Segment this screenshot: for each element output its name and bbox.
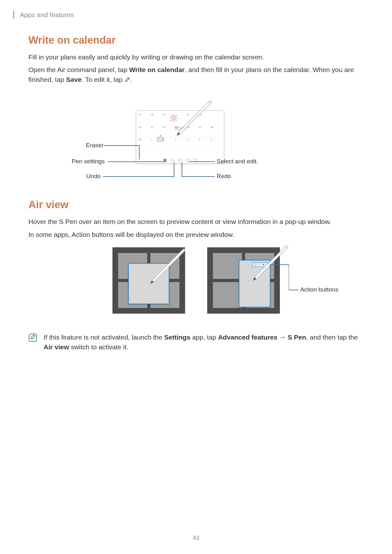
cake-doodle-icon [156,134,165,142]
callout-line [189,161,215,162]
note-t9: switch to activate it. [69,343,129,351]
airview-para-2: In some apps, Action buttons will be dis… [28,230,364,239]
callout-line [182,162,182,177]
cal-cell: 18 [150,112,162,125]
cal-cell: 17 [138,112,150,125]
woc-para-2: Open the Air command panel, tap Write on… [28,65,364,85]
note-text: If this feature is not activated, launch… [44,333,364,352]
note-block: If this feature is not activated, launch… [28,333,364,352]
note-t4: Advanced features [218,334,277,341]
airview-tile-2: ⤴ ★ Action buttons [207,247,280,314]
woc-p2-b: Write on calendar [129,66,185,73]
callout-pen-settings-label: Pen settings [72,158,105,165]
callout-line [174,162,174,177]
svg-rect-15 [254,246,287,279]
callout-line [182,176,215,177]
section-title-air-view: Air view [28,199,364,211]
note-t7: , and then tap the [306,334,358,341]
toolbar-undo-icon [178,159,182,162]
edit-pencil-icon [124,75,130,85]
callout-line [289,264,289,290]
section-air-view: Air view Hover the S Pen over an item on… [28,199,364,352]
callout-line [289,290,298,290]
header-accent-bar [13,11,14,19]
note-t8: Air view [44,343,69,351]
woc-p2-e: . To edit it, tap [81,76,124,83]
svg-rect-12 [152,249,185,282]
header-section-name: Apps and features [20,11,74,19]
woc-p2-a: Open the Air command panel, tap [28,66,129,73]
svg-rect-9 [178,101,212,134]
section-title-write-on-calendar: Write on calendar [28,34,364,46]
callout-line [139,145,140,160]
callout-undo-label: Undo [86,173,100,180]
note-t3: app, tap [190,334,218,341]
callout-action-buttons-label: Action buttons [300,286,338,293]
grid-item [213,253,242,279]
page-header: Apps and features [13,11,74,19]
s-pen-icon [164,91,221,148]
page-number: 43 [193,534,199,541]
callout-line [104,145,139,146]
figure-air-view: ⤴ ★ Action buttons [28,247,364,326]
note-t1: If this feature is not activated, launch… [44,334,164,341]
callout-eraser-label: Eraser [86,142,104,149]
callout-line [103,176,174,177]
callout-line [108,161,166,162]
toolbar-eraser-icon [171,159,174,162]
callout-select-edit-label: Select and edit. [217,158,258,165]
note-t5: → [277,334,288,341]
note-t2: Settings [164,334,190,341]
cal-cell: 24 [138,125,150,137]
svg-rect-18 [29,334,37,341]
airview-para-1: Hover the S Pen over an item on the scre… [28,217,364,226]
figure-write-on-calendar: 17 18 19 21 22 24 25 26 27 28 29 30 31 1… [28,91,364,186]
woc-p2-d: Save [66,76,81,83]
cal-cell: 31 [138,137,150,150]
note-icon [28,333,37,352]
airview-tile-1 [112,247,185,314]
note-t6: S Pen [288,334,306,341]
grid-item [213,282,242,308]
woc-para-1: Fill in your plans easily and quickly by… [28,52,364,62]
s-pen-icon [138,239,195,296]
callout-redo-label: Redo [217,173,231,180]
woc-p2-f: . [130,76,132,83]
callout-line [270,264,289,265]
